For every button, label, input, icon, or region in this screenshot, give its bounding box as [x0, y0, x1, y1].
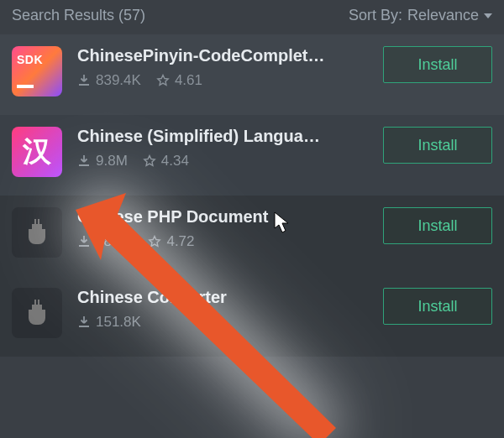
download-icon — [77, 154, 91, 168]
sort-by-value: Relevance — [407, 7, 479, 24]
plugin-downloads: 48.1K — [96, 233, 133, 250]
plugin-title: Chinese (Simplified) Langua… — [77, 127, 368, 146]
plugin-icon-han: 汉 — [12, 127, 62, 177]
plugin-title: Chinese Converter — [77, 288, 368, 307]
sort-by-selector[interactable]: Sort By: Relevance — [349, 7, 492, 24]
install-button[interactable]: Install — [383, 207, 492, 244]
plugin-row[interactable]: Chinese Converter 151.8K Install — [0, 276, 504, 357]
sdk-icon-bar — [17, 85, 34, 88]
sort-by-label: Sort By: — [349, 7, 402, 24]
plug-icon — [20, 296, 54, 330]
plugin-downloads: 839.4K — [96, 72, 141, 89]
plugin-rating: 4.34 — [161, 153, 189, 169]
sdk-icon-text: SDK — [17, 53, 43, 66]
download-icon — [77, 315, 91, 329]
plugin-meta: 151.8K — [77, 314, 368, 331]
download-icon — [77, 235, 91, 248]
plugin-info: Chinese Converter 151.8K — [77, 288, 368, 331]
plugin-info: ChinesePinyin-CodeComplet… 839.4K 4.61 — [77, 46, 368, 89]
results-count: Search Results (57) — [12, 7, 145, 24]
install-button[interactable]: Install — [383, 46, 492, 83]
plugin-rating: 4.72 — [166, 233, 194, 250]
download-icon — [77, 74, 91, 87]
plugin-info: Chinese PHP Document 48.1K 4.72 — [77, 207, 368, 250]
star-icon — [156, 74, 170, 87]
plugin-title: Chinese PHP Document — [77, 207, 368, 227]
plugin-downloads: 9.8M — [96, 153, 128, 169]
plugin-icon-plug — [12, 207, 62, 258]
plugin-row[interactable]: 汉 Chinese (Simplified) Langua… 9.8M 4.34… — [0, 115, 504, 196]
plugin-info: Chinese (Simplified) Langua… 9.8M 4.34 — [77, 127, 368, 169]
star-icon — [148, 235, 161, 248]
star-icon — [143, 154, 156, 168]
results-header: Search Results (57) Sort By: Relevance — [0, 0, 504, 34]
plugin-title: ChinesePinyin-CodeComplet… — [77, 46, 368, 65]
plug-icon — [20, 216, 54, 249]
plugin-downloads: 151.8K — [96, 314, 141, 331]
plugin-icon-plug — [12, 288, 62, 338]
install-button[interactable]: Install — [383, 127, 492, 164]
chevron-down-icon — [484, 13, 492, 18]
plugin-icon-sdk: SDK — [12, 46, 62, 96]
plugin-row[interactable]: SDK ChinesePinyin-CodeComplet… 839.4K 4.… — [0, 34, 504, 115]
install-button[interactable]: Install — [383, 288, 492, 325]
plugin-meta: 9.8M 4.34 — [77, 153, 368, 169]
plugin-row[interactable]: Chinese PHP Document 48.1K 4.72 Install — [0, 196, 504, 276]
plugin-meta: 48.1K 4.72 — [77, 233, 368, 250]
plugin-meta: 839.4K 4.61 — [77, 72, 368, 89]
plugin-rating: 4.61 — [175, 72, 202, 89]
